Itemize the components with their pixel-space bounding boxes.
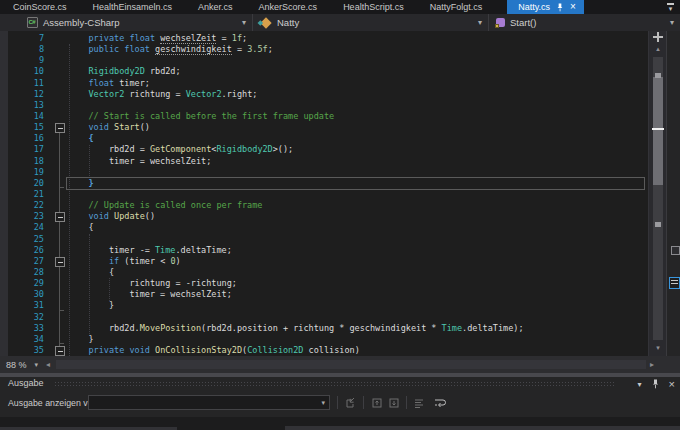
collapse-toggle[interactable]: [55, 212, 65, 222]
code-line[interactable]: 14 // Start is called before the first f…: [0, 111, 648, 122]
output-source-combo[interactable]: ▾: [88, 395, 330, 410]
pin-icon[interactable]: [556, 3, 564, 12]
project-name: Assembly-CSharp: [43, 17, 120, 28]
code-line[interactable]: 23 void Update(): [0, 211, 648, 222]
line-number: 12: [0, 89, 44, 100]
line-number: 22: [0, 200, 44, 211]
code-line[interactable]: 16 {: [0, 133, 648, 144]
code-line[interactable]: 35 private void OnCollisionStay2D(Collis…: [0, 345, 648, 356]
tab-overflow-button[interactable]: ▾: [667, 0, 674, 14]
code-line[interactable]: 30 timer = wechselZeit;: [0, 289, 648, 300]
code-text: void Update(): [68, 211, 155, 222]
outlining-end-tick: [59, 310, 64, 311]
type-name: Natty: [277, 17, 299, 28]
code-text: private void OnCollisionStay2D(Collision…: [68, 345, 360, 356]
zoom-level: 88 %: [6, 360, 27, 370]
project-dropdown[interactable]: Assembly-CSharp ▾: [0, 14, 253, 31]
scroll-right-arrow[interactable]: ▸: [650, 356, 654, 373]
code-line[interactable]: 10 Rigidbody2D rbd2d;: [0, 66, 648, 77]
line-number: 29: [0, 278, 44, 289]
tab-label: Anker.cs: [198, 2, 233, 12]
code-line[interactable]: 27 if (timer < 0): [0, 256, 648, 267]
line-number: 33: [0, 323, 44, 334]
method-icon: [496, 18, 505, 27]
next-message-icon[interactable]: [387, 396, 401, 409]
code-line[interactable]: 20 }: [0, 178, 648, 189]
code-line[interactable]: 13: [0, 100, 648, 111]
code-text: // Start is called before the first fram…: [68, 111, 334, 122]
clear-all-icon[interactable]: [412, 396, 426, 409]
code-line[interactable]: 24 {: [0, 222, 648, 233]
line-number: 20: [0, 178, 44, 189]
line-number: 27: [0, 256, 44, 267]
code-line[interactable]: 12 Vector2 richtung = Vector2.right;: [0, 89, 648, 100]
scroll-up-arrow[interactable]: ▴: [649, 45, 667, 53]
code-line[interactable]: 7 private float wechselZeit = 1f;: [0, 33, 648, 44]
member-dropdown[interactable]: Start() ▾: [489, 14, 680, 31]
code-line[interactable]: 26 timer -= Time.deltaTime;: [0, 245, 648, 256]
tab-anker-cs[interactable]: Anker.cs: [185, 0, 246, 14]
tab-bar: CoinScore.csHealthEinsameln.csAnker.csAn…: [0, 0, 680, 14]
annotation-marker-icon[interactable]: [671, 246, 680, 255]
code-line[interactable]: 34 }: [0, 334, 648, 345]
scrollbar-thumb[interactable]: [653, 77, 663, 185]
code-line[interactable]: 18 timer = wechselZeit;: [0, 156, 648, 167]
line-number: 32: [0, 312, 44, 323]
drag-grip: [54, 381, 614, 388]
code-text: }: [68, 300, 114, 311]
outlining-end-tick: [59, 187, 64, 188]
goto-source-icon[interactable]: [343, 396, 357, 409]
navigation-bar: Assembly-CSharp ▾ Natty ▾ Start() ▾: [0, 14, 680, 31]
tab-coinscore-cs[interactable]: CoinScore.cs: [0, 0, 80, 14]
show-output-from-label: Ausgabe anzeigen von:: [8, 398, 100, 408]
horizontal-scrollbar[interactable]: [56, 360, 646, 369]
output-content[interactable]: [0, 417, 680, 430]
code-line[interactable]: 29 richtung = -richtung;: [0, 278, 648, 289]
tab-healtheinsameln-cs[interactable]: HealthEinsameln.cs: [80, 0, 186, 14]
collapse-toggle[interactable]: [55, 257, 65, 267]
tab-natty-cs[interactable]: Natty.cs×: [507, 0, 584, 14]
code-line[interactable]: 11 float timer;: [0, 78, 648, 89]
line-number: 30: [0, 289, 44, 300]
window-position-icon[interactable]: ▾: [638, 380, 642, 389]
code-text: {: [68, 133, 94, 144]
code-text: Vector2 richtung = Vector2.right;: [68, 89, 257, 100]
code-line[interactable]: 31 }: [0, 300, 648, 311]
output-title-bar[interactable]: Ausgabe ▾ ×: [0, 377, 680, 391]
code-line[interactable]: 28 {: [0, 267, 648, 278]
close-icon[interactable]: ×: [669, 379, 675, 389]
scrollbar-marker: [655, 222, 661, 227]
code-line[interactable]: 9: [0, 55, 648, 66]
vertical-scrollbar[interactable]: ▴ ▾: [648, 31, 667, 356]
scroll-down-arrow[interactable]: ▾: [649, 344, 667, 352]
collapse-toggle[interactable]: [55, 346, 65, 356]
code-line[interactable]: 33 rbd2d.MovePosition(rbd2d.position + r…: [0, 323, 648, 334]
code-line[interactable]: 8 public float geschwindigkeit = 3.5f;: [0, 44, 648, 55]
pin-icon[interactable]: [651, 379, 660, 389]
toggle-word-wrap-icon[interactable]: [432, 396, 446, 409]
outlining-end-tick: [59, 343, 64, 344]
line-number: 9: [0, 55, 44, 66]
code-line[interactable]: 21: [0, 189, 648, 200]
annotation-window-icon[interactable]: [669, 277, 680, 289]
scroll-left-arrow[interactable]: ◂: [46, 356, 50, 373]
tab-healthscript-cs[interactable]: HealthScript.cs: [330, 0, 417, 14]
code-line[interactable]: 25: [0, 234, 648, 245]
tab-nattyfolgt-cs[interactable]: NattyFolgt.cs: [417, 0, 496, 14]
scrollbar-track[interactable]: [653, 57, 663, 340]
previous-message-icon[interactable]: [370, 396, 384, 409]
chevron-down-icon: ▾: [478, 18, 482, 27]
code-line[interactable]: 15 void Start(): [0, 122, 648, 133]
type-dropdown[interactable]: Natty ▾: [253, 14, 489, 31]
close-icon[interactable]: ×: [570, 3, 576, 11]
collapse-toggle[interactable]: [55, 123, 65, 133]
tab-ankerscore-cs[interactable]: AnkerScore.cs: [246, 0, 331, 14]
code-line[interactable]: 17 rbd2d = GetComponent<Rigidbody2D>();: [0, 144, 648, 155]
chevron-down-icon: ▾: [669, 6, 673, 11]
code-text: richtung = -richtung;: [68, 278, 237, 289]
code-line[interactable]: 22 // Update is called once per frame: [0, 200, 648, 211]
zoom-control[interactable]: 88 % ▾: [2, 356, 42, 373]
code-editor[interactable]: 7 private float wechselZeit = 1f;8 publi…: [0, 31, 680, 373]
split-window-handle[interactable]: [653, 32, 663, 42]
code-line[interactable]: 32: [0, 312, 648, 323]
